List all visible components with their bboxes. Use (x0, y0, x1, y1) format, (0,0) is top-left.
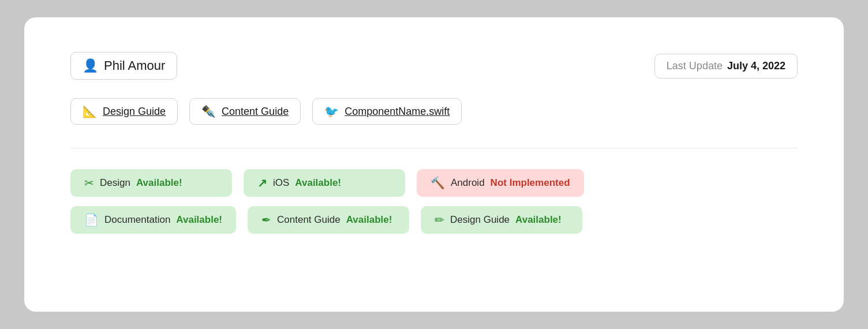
main-card: 👤 Phil Amour Last Update July 4, 2022 📐 … (24, 17, 844, 312)
design-guide-link[interactable]: 📐 Design Guide (70, 98, 178, 125)
pen-icon: ✒️ (201, 104, 216, 118)
android-status-badge: 🔨 Android Not Implemented (417, 169, 584, 197)
swift-file-link[interactable]: 🐦 ComponentName.swift (312, 98, 462, 125)
design-status-value: Available! (136, 177, 182, 189)
scissors-icon: ✂ (84, 176, 94, 190)
design-guide-status-value: Available! (515, 214, 562, 226)
status-row-1: ✂ Design Available! ↗ iOS Available! 🔨 A… (70, 169, 798, 197)
document-icon: 📄 (84, 213, 99, 227)
divider (70, 148, 798, 148)
status-rows: ✂ Design Available! ↗ iOS Available! 🔨 A… (70, 169, 798, 234)
hammer-icon: 🔨 (431, 176, 445, 190)
last-update-label: Last Update (667, 60, 723, 72)
links-row: 📐 Design Guide ✒️ Content Guide 🐦 Compon… (70, 98, 798, 125)
documentation-status-badge: 📄 Documentation Available! (70, 206, 236, 234)
author-badge: 👤 Phil Amour (70, 52, 177, 80)
content-guide-status-label: Content Guide (277, 214, 341, 226)
design-guide-status-label: Design Guide (450, 214, 510, 226)
last-update-date: July 4, 2022 (727, 60, 785, 72)
design-guide-status-badge: ✏ Design Guide Available! (421, 206, 582, 234)
design-status-badge: ✂ Design Available! (70, 169, 232, 197)
documentation-status-label: Documentation (104, 214, 170, 226)
arrow-up-right-icon: ↗ (257, 176, 267, 190)
swift-icon: 🐦 (324, 104, 339, 118)
status-row-2: 📄 Documentation Available! ✒ Content Gui… (70, 206, 798, 234)
ios-status-badge: ↗ iOS Available! (244, 169, 405, 197)
design-guide-link-text: Design Guide (103, 106, 166, 118)
swift-file-link-text: ComponentName.swift (345, 106, 450, 118)
design-status-label: Design (100, 177, 130, 189)
feather-icon: ✒ (261, 213, 271, 227)
ruler-icon: 📐 (83, 104, 97, 118)
content-guide-link[interactable]: ✒️ Content Guide (189, 98, 301, 125)
last-update-badge: Last Update July 4, 2022 (654, 54, 798, 78)
ios-status-label: iOS (273, 177, 289, 189)
header-row: 👤 Phil Amour Last Update July 4, 2022 (70, 52, 798, 80)
content-guide-status-value: Available! (346, 214, 392, 226)
ios-status-value: Available! (295, 177, 341, 189)
pencil-icon: ✏ (435, 213, 444, 227)
android-status-value: Not Implemented (491, 177, 570, 189)
content-guide-link-text: Content Guide (222, 106, 289, 118)
person-icon: 👤 (83, 58, 98, 73)
content-guide-status-badge: ✒ Content Guide Available! (248, 206, 409, 234)
android-status-label: Android (451, 177, 485, 189)
documentation-status-value: Available! (176, 214, 222, 226)
author-name: Phil Amour (104, 58, 165, 73)
